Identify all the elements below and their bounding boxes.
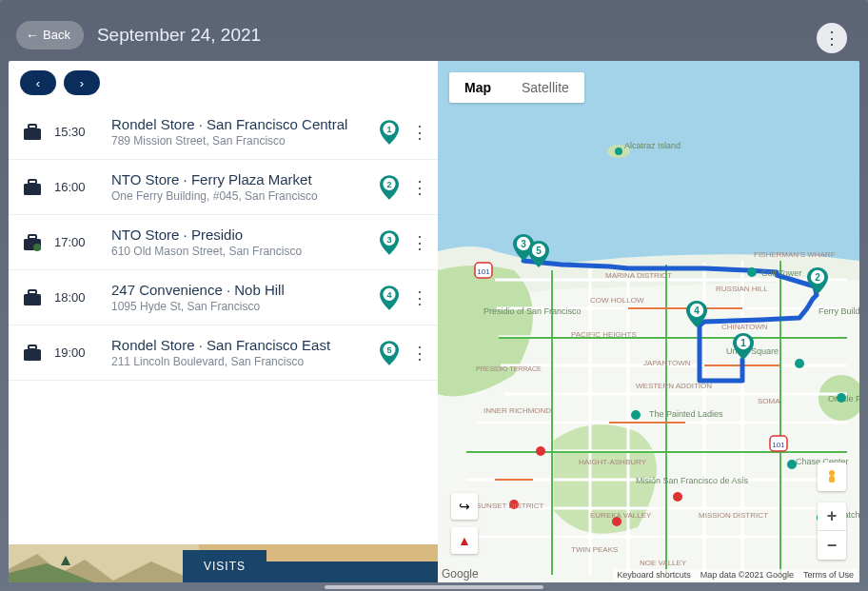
visit-address: 1095 Hyde St, San Francisco (111, 300, 369, 313)
zoom-out-button[interactable]: − (818, 531, 846, 560)
visit-title: Rondel Store · San Francisco East (111, 337, 369, 353)
svg-point-89 (837, 393, 846, 403)
visit-address: 789 Mission Street, San Francisco (111, 134, 369, 148)
svg-text:101: 101 (477, 267, 490, 276)
map-type-toggle[interactable]: Map Satellite (449, 72, 584, 103)
visit-text: NTO Store · Ferry Plaza Market One Ferry… (111, 171, 369, 203)
map-marker-2[interactable]: 2 (807, 267, 828, 294)
svg-rect-13 (24, 294, 41, 305)
traffic-icon: ▲ (458, 533, 471, 548)
app-menu-button[interactable]: ⋮ (817, 23, 847, 53)
visit-row[interactable]: 19:00 Rondel Store · San Francisco East … (9, 325, 438, 381)
visit-text: Rondel Store · San Francisco East 211 Li… (111, 337, 369, 368)
back-button[interactable]: ← Back (16, 21, 84, 49)
svg-rect-14 (29, 290, 36, 294)
chevron-right-icon: › (80, 76, 84, 90)
svg-rect-5 (29, 180, 36, 184)
visit-row[interactable]: 16:00 NTO Store · Ferry Plaza Market One… (9, 160, 438, 215)
svg-text:CHINATOWN: CHINATOWN (721, 323, 768, 331)
map-marker-1[interactable]: 1 (733, 333, 754, 360)
terms-link[interactable]: Terms of Use (803, 570, 854, 580)
traffic-button[interactable]: ▲ (451, 527, 478, 554)
back-label: Back (43, 28, 70, 42)
visit-address: 211 Lincoln Boulevard, San Francisco (111, 355, 369, 368)
visit-menu-button[interactable]: ⋮ (409, 287, 430, 308)
back-arrow-icon: ← (26, 28, 39, 43)
map-type-map[interactable]: Map (449, 72, 506, 103)
svg-text:NOE VALLEY: NOE VALLEY (640, 559, 687, 567)
route-icon: ↪ (459, 499, 470, 514)
briefcase-icon (16, 234, 49, 251)
svg-text:Misión San Francisco de Asís: Misión San Francisco de Asís (636, 476, 749, 485)
svg-text:WESTERN ADDITION: WESTERN ADDITION (636, 382, 712, 390)
svg-text:FISHERMAN'S WHARF: FISHERMAN'S WHARF (754, 250, 836, 259)
svg-text:HAIGHT-ASHBURY: HAIGHT-ASHBURY (579, 458, 647, 466)
visit-pin-icon: 4 (375, 286, 404, 310)
visit-row[interactable]: 17:00 NTO Store · Presidio 610 Old Mason… (9, 215, 438, 270)
map-type-satellite[interactable]: Satellite (506, 72, 584, 103)
prev-day-button[interactable]: ‹ (20, 70, 56, 95)
svg-text:3: 3 (521, 239, 526, 249)
svg-text:5: 5 (536, 246, 542, 256)
svg-text:RUSSIAN HILL: RUSSIAN HILL (716, 285, 768, 293)
kb-shortcuts-link[interactable]: Keyboard shortcuts (617, 570, 691, 580)
svg-text:SOMA: SOMA (758, 397, 780, 405)
visit-menu-button[interactable]: ⋮ (409, 177, 430, 198)
visit-title: NTO Store · Ferry Plaza Market (111, 171, 369, 187)
visit-row[interactable]: 15:30 Rondel Store · San Francisco Centr… (9, 105, 438, 160)
svg-rect-18 (29, 345, 36, 349)
svg-text:INNER RICHMOND: INNER RICHMOND (483, 406, 551, 415)
visit-text: Rondel Store · San Francisco Central 789… (111, 116, 369, 148)
briefcase-icon (16, 179, 49, 196)
svg-text:TWIN PEAKS: TWIN PEAKS (571, 545, 618, 554)
svg-point-10 (33, 244, 41, 251)
svg-text:MISSION DISTRICT: MISSION DISTRICT (699, 511, 768, 520)
svg-text:4: 4 (694, 305, 700, 316)
visit-time: 18:00 (54, 290, 106, 305)
visit-row[interactable]: 18:00 247 Convenience · Nob Hill 1095 Hy… (9, 270, 438, 325)
svg-point-91 (615, 148, 622, 155)
svg-point-103 (829, 470, 835, 476)
svg-text:2: 2 (386, 180, 391, 189)
page-title: September 24, 2021 (97, 25, 261, 46)
map-marker-5[interactable]: 5 (528, 241, 549, 267)
zoom-in-button[interactable]: + (818, 502, 846, 531)
svg-rect-1 (29, 125, 36, 128)
svg-text:Ferry Building: Ferry Building (819, 306, 859, 316)
svg-rect-17 (24, 349, 41, 361)
directions-button[interactable]: ↪ (451, 493, 478, 520)
footer-illustration (9, 544, 199, 582)
visit-text: 247 Convenience · Nob Hill 1095 Hyde St,… (111, 282, 369, 313)
visit-pin-icon: 2 (375, 175, 404, 200)
visit-text: NTO Store · Presidio 610 Old Mason Stree… (111, 227, 369, 258)
map-data-label: Map data ©2021 Google (700, 570, 794, 580)
visit-title: Rondel Store · San Francisco Central (111, 116, 369, 132)
svg-rect-0 (24, 128, 41, 140)
svg-point-88 (631, 410, 641, 420)
svg-point-86 (795, 359, 804, 368)
visit-pin-icon: 5 (375, 341, 404, 365)
map-panel[interactable]: 101 101 Alcatraz Island FISHERMAN'S WHAR… (438, 61, 859, 582)
visit-menu-button[interactable]: ⋮ (409, 122, 430, 143)
svg-rect-104 (829, 476, 835, 483)
map-canvas[interactable]: 101 101 Alcatraz Island FISHERMAN'S WHAR… (438, 61, 859, 582)
svg-text:5: 5 (386, 345, 391, 355)
google-logo: Google (442, 567, 479, 581)
visits-tab[interactable]: VISITS (183, 550, 266, 582)
svg-text:JAPANTOWN: JAPANTOWN (643, 359, 691, 367)
visit-menu-button[interactable]: ⋮ (409, 232, 430, 253)
next-day-button[interactable]: › (64, 70, 100, 95)
map-marker-4[interactable]: 4 (686, 301, 707, 327)
svg-text:Coit Tower: Coit Tower (761, 268, 801, 278)
home-indicator (325, 585, 543, 589)
pegman-icon (823, 468, 840, 485)
svg-text:4: 4 (386, 290, 391, 300)
svg-rect-4 (24, 184, 41, 195)
svg-rect-9 (29, 235, 36, 239)
briefcase-icon (16, 124, 49, 141)
streetview-button[interactable] (818, 463, 846, 491)
visit-menu-button[interactable]: ⋮ (409, 343, 430, 364)
svg-text:The Painted Ladies: The Painted Ladies (649, 409, 723, 419)
visits-panel: ‹ › 15:30 Rondel Store · San Francisco C… (9, 61, 438, 582)
svg-point-87 (747, 267, 757, 277)
